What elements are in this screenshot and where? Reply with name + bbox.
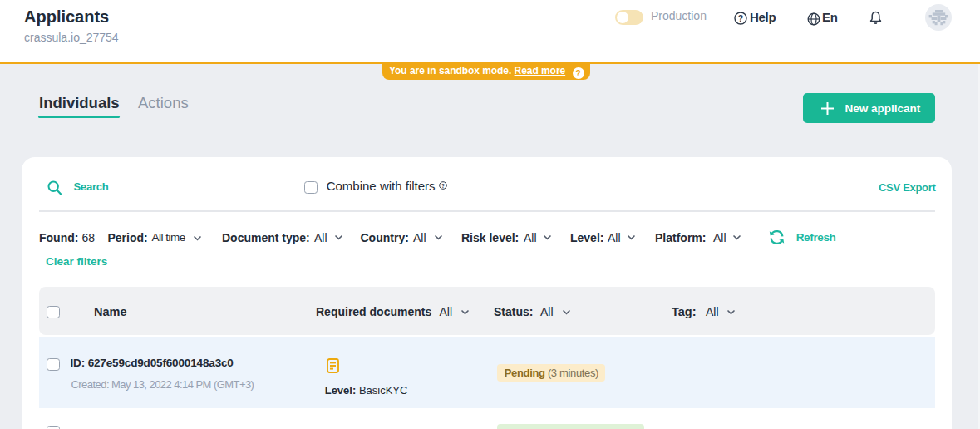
svg-text:?: ? — [738, 13, 743, 23]
svg-text:?: ? — [441, 182, 445, 188]
